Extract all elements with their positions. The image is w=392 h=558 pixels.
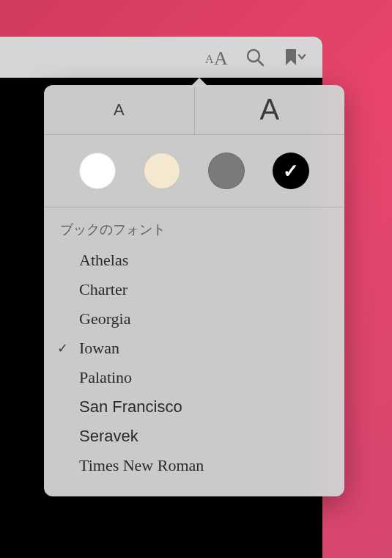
search-button[interactable] xyxy=(245,47,265,67)
svg-text:A: A xyxy=(214,48,228,67)
font-item-charter[interactable]: Charter xyxy=(44,275,344,304)
font-label: Athelas xyxy=(79,251,128,270)
font-label: Seravek xyxy=(79,427,138,446)
font-item-sanfrancisco[interactable]: San Francisco xyxy=(44,392,344,422)
font-section: ブックのフォント Athelas Charter Georgia ✓ Iowan… xyxy=(44,208,344,496)
font-label: Iowan xyxy=(79,339,119,358)
font-section-header: ブックのフォント xyxy=(44,221,344,246)
reader-toolbar: A A xyxy=(0,37,322,78)
large-a-label: A xyxy=(259,93,279,126)
font-item-seravek[interactable]: Seravek xyxy=(44,422,344,451)
font-size-icon: A A xyxy=(202,47,229,67)
svg-line-3 xyxy=(258,60,263,65)
font-item-palatino[interactable]: Palatino xyxy=(44,363,344,392)
theme-white[interactable] xyxy=(79,153,116,189)
checkmark-icon: ✓ xyxy=(283,160,299,183)
font-item-tnr[interactable]: Times New Roman xyxy=(44,451,344,480)
font-item-athelas[interactable]: Athelas xyxy=(44,246,344,275)
font-label: Times New Roman xyxy=(79,456,204,475)
font-label: San Francisco xyxy=(79,397,182,416)
checkmark-icon: ✓ xyxy=(57,340,68,356)
font-list: Athelas Charter Georgia ✓ Iowan Palatino… xyxy=(44,246,344,480)
font-label: Georgia xyxy=(79,309,130,328)
font-item-georgia[interactable]: Georgia xyxy=(44,304,344,334)
theme-swatches: ✓ xyxy=(44,135,344,208)
theme-black[interactable]: ✓ xyxy=(273,153,309,189)
increase-font-button[interactable]: A xyxy=(195,85,345,134)
theme-gray[interactable] xyxy=(208,153,245,189)
decrease-font-button[interactable]: A xyxy=(44,85,195,134)
font-size-buttons: A A xyxy=(44,85,344,135)
bookmark-button[interactable] xyxy=(281,47,308,67)
theme-sepia[interactable] xyxy=(144,153,180,189)
svg-text:A: A xyxy=(205,53,214,65)
font-label: Palatino xyxy=(79,368,132,387)
search-icon xyxy=(245,47,265,67)
small-a-label: A xyxy=(114,100,125,120)
bookmark-icon xyxy=(281,47,308,67)
font-settings-button[interactable]: A A xyxy=(202,47,229,67)
font-label: Charter xyxy=(79,280,127,299)
font-item-iowan[interactable]: ✓ Iowan xyxy=(44,334,344,363)
appearance-popover: A A ✓ ブックのフォント Athelas Charter Georgia ✓ xyxy=(44,85,344,496)
